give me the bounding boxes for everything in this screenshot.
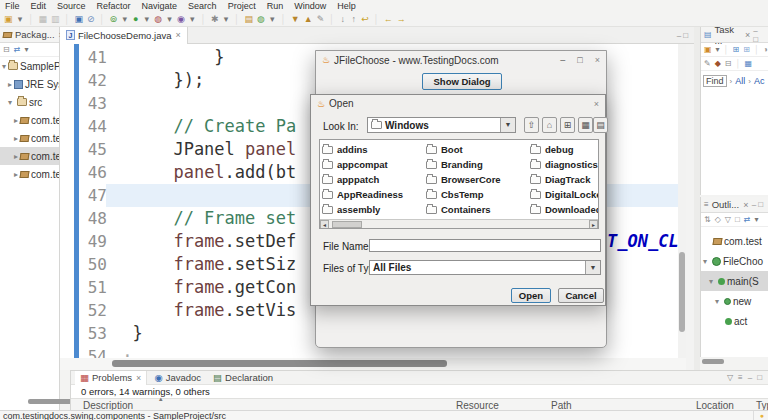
file-item[interactable]: diagnostics [530,157,599,172]
menu-item[interactable]: Navigate [142,1,178,11]
menu-item[interactable]: Edit [31,1,47,11]
file-item[interactable]: addins [322,142,424,157]
up-level-button[interactable]: ⇧ [524,117,539,133]
chevron-down-icon[interactable]: ▾ [2,62,6,71]
open-element-icon[interactable]: ▾ [269,14,276,24]
combo-arrow-icon[interactable]: ▼ [585,261,600,274]
file-list[interactable]: addinsappcompatapppatchAppReadinessassem… [319,139,599,229]
new-dropdown-caret[interactable]: ▾ [17,14,24,24]
search-icon[interactable]: ✱ [211,14,219,24]
hide-fields-icon[interactable]: ◇ [715,215,721,224]
hscroll-thumb[interactable] [112,360,447,367]
files-of-type-combo[interactable]: All Files ▼ [369,260,601,275]
link-editor-icon[interactable]: ⇄ [744,215,751,224]
file-item[interactable]: BrowserCore [426,172,528,187]
link-all[interactable]: All [735,76,745,86]
tree-item-package[interactable]: ▸ com.te [0,165,59,183]
chevron-right-icon[interactable]: ▸ [14,134,18,143]
file-item[interactable]: Branding [426,157,528,172]
outline-tab[interactable]: Outli... [712,199,739,210]
chevron-right-icon[interactable]: ▸ [14,170,18,179]
tab-declaration[interactable]: ▤ Declaration [208,371,278,385]
file-item[interactable]: DigitalLocker [530,187,599,202]
separator[interactable]: │ [200,14,207,24]
categorized-icon[interactable]: ⊞ [733,45,740,54]
frame-title-bar[interactable]: ♨ JFileChoose - www.TestingDocs.com – □ … [316,51,606,69]
separator[interactable]: │ [233,14,240,24]
link-activate[interactable]: Ac [754,76,765,86]
minimize-icon[interactable]: – [560,55,565,65]
vscroll-thumb[interactable] [679,252,685,332]
skip-breakpoints-icon[interactable]: ⊘ [87,14,95,24]
debug-icon[interactable]: ⊚ [110,14,118,24]
minimize-icon[interactable]: – [748,373,752,382]
task-list-tab[interactable]: Task ... [715,27,741,46]
debug-dropdown-caret[interactable]: ▾ [121,14,128,24]
chevron-down-icon[interactable]: ▾ [715,297,722,306]
bulb-icon[interactable]: ● [760,412,764,419]
scroll-left-icon[interactable]: ◂ [320,220,329,229]
menu-item[interactable]: File [5,1,20,11]
menu-item[interactable]: Refactor [97,1,131,11]
collapse-all-icon[interactable]: ⊟ [725,59,732,68]
hide-non-public-icon[interactable]: □ [735,215,740,224]
new-java-project-icon[interactable]: ▤ [244,14,253,24]
close-icon[interactable]: × [136,373,141,383]
chevron-right-icon[interactable]: ▸ [8,80,12,89]
file-item[interactable]: Containers [426,202,528,217]
combo-arrow-icon[interactable]: ▼ [500,118,515,132]
import-icon[interactable]: ▼ [291,14,300,24]
focus-workweek-icon[interactable]: ◑ [763,45,768,54]
close-icon[interactable]: × [175,30,180,40]
close-icon[interactable]: × [594,99,599,109]
view-menu-icon[interactable]: ▾ [755,215,759,224]
package-explorer-tab[interactable]: Packag... [15,29,55,40]
menu-item[interactable]: Help [337,1,356,11]
home-button[interactable]: ⌂ [542,117,557,133]
new-java-class-icon[interactable]: ◍ [257,14,265,24]
tree-item-package-selected[interactable]: ▸ com.te [0,147,59,165]
file-item[interactable]: Boot [426,142,528,157]
menu-item[interactable]: Source [57,1,86,11]
open-button[interactable]: Open [511,288,551,303]
coverage-icon[interactable]: ◍ [154,14,162,24]
open-console-icon[interactable]: ▣ [75,14,84,24]
separator[interactable]: │ [724,45,729,54]
chevron-right-icon[interactable]: ▸ [14,116,18,125]
previous-annotation-icon[interactable]: ↑ [350,14,357,24]
filter-icon[interactable]: ▽ [727,373,733,382]
separator[interactable]: │ [373,14,380,24]
outline-item-main-method[interactable]: ▾ main(S [701,271,768,291]
outline-item-package[interactable]: com.test [701,231,768,251]
last-edit-location-icon[interactable]: ↩ [361,14,369,24]
forward-icon[interactable]: → [397,14,406,24]
chevron-down-icon[interactable]: ▾ [703,257,710,266]
outline-hscroll-thumb[interactable] [702,359,724,364]
separator[interactable]: │ [736,59,741,68]
panel-minmax-icons[interactable]: –□ [753,27,765,44]
new-folder-button[interactable]: ⊞ [560,117,575,133]
show-dialog-button[interactable]: Show Dialog [422,73,502,90]
task-dropdown-caret[interactable]: ▾ [716,45,720,54]
chevron-down-icon[interactable]: ▾ [709,277,716,286]
back-icon[interactable]: ← [384,14,393,24]
maximize-icon[interactable]: □ [577,55,582,65]
menu-item[interactable]: Window [294,1,326,11]
new-wizard-icon[interactable]: ▣ [4,14,13,24]
editor-minmax-icons[interactable]: –□ [677,31,694,40]
tree-item-package[interactable]: ▸ com.te [0,129,59,147]
separator[interactable]: │ [754,45,759,54]
file-item[interactable]: CbsTemp [426,187,528,202]
run-icon[interactable]: ● [132,14,139,24]
scheduled-icon[interactable]: ⊞ [743,45,750,54]
file-list-hscrollbar[interactable]: ◂ ▸ [320,219,598,228]
close-icon[interactable]: × [595,55,600,65]
file-item[interactable]: debug [530,142,599,157]
link-editor-icon[interactable]: ⇄ [14,45,21,54]
chevron-right-icon[interactable]: ▸ [14,152,18,161]
editor-hscrollbar[interactable] [60,358,686,370]
new-task-icon[interactable]: ▣ [704,45,712,54]
hide-completed-icon[interactable]: ✎ [704,59,711,68]
menu-item[interactable]: Search [188,1,217,11]
look-in-combo[interactable]: Windows ▼ [367,117,516,133]
